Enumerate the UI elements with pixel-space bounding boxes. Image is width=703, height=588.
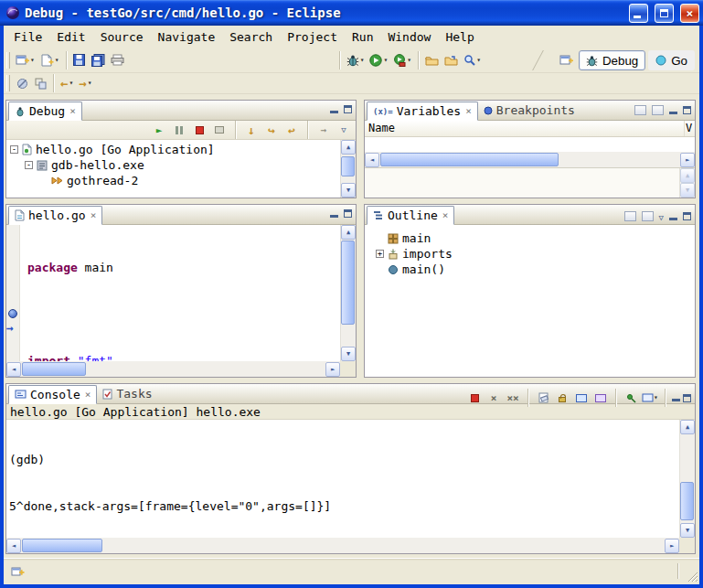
search-button[interactable]: ▾: [461, 50, 484, 70]
view-menu-button[interactable]: ▽: [336, 123, 352, 138]
variables-list[interactable]: [365, 137, 695, 152]
remove-all-launches-button[interactable]: ××: [505, 390, 521, 405]
expander-icon[interactable]: -: [25, 161, 33, 169]
scrollbar-thumb[interactable]: [680, 482, 694, 520]
debug-tree-row-process[interactable]: - gdb-hello.exe: [6, 157, 356, 173]
perspective-go-button[interactable]: Go: [648, 50, 695, 70]
print-button[interactable]: [108, 50, 127, 70]
scroll-left-button[interactable]: ◄: [6, 539, 21, 553]
show-type-names-button[interactable]: [634, 105, 646, 115]
maximize-view-button[interactable]: [683, 106, 691, 114]
scrollbar-thumb[interactable]: [341, 241, 355, 325]
scroll-up-button[interactable]: ▲: [680, 420, 695, 434]
minimize-view-button[interactable]: [330, 210, 338, 218]
scroll-lock-button[interactable]: [554, 390, 570, 405]
external-tools-button[interactable]: ▾: [390, 50, 414, 70]
menu-edit[interactable]: Edit: [49, 27, 92, 47]
menu-source[interactable]: Source: [93, 27, 151, 47]
perspective-debug-button[interactable]: Debug: [579, 50, 645, 70]
open-console-button[interactable]: ▾: [642, 390, 658, 405]
variables-detail-pane[interactable]: ▲ ▼: [365, 167, 695, 198]
view-menu-button[interactable]: ▽: [659, 209, 664, 223]
tab-tasks[interactable]: Tasks: [97, 384, 157, 403]
debug-tree-row-thread[interactable]: gothread-2: [6, 173, 356, 188]
scroll-down-button[interactable]: ▼: [680, 183, 695, 198]
close-button[interactable]: ×: [680, 4, 699, 23]
menu-help[interactable]: Help: [438, 27, 481, 47]
menu-search[interactable]: Search: [222, 27, 280, 47]
new-wizard-button[interactable]: ▾: [13, 50, 37, 70]
console-output-area[interactable]: (gdb) 5^done,stack-args=[frame={level="0…: [6, 420, 695, 538]
scrollbar-track[interactable]: [680, 434, 695, 523]
scroll-up-button[interactable]: ▲: [341, 225, 356, 240]
menu-project[interactable]: Project: [280, 27, 345, 47]
minimize-view-button[interactable]: [330, 106, 338, 113]
editor-ruler[interactable]: →: [6, 225, 20, 361]
menu-run[interactable]: Run: [345, 27, 380, 47]
link-with-editor-button[interactable]: [31, 73, 49, 93]
editor-code-area[interactable]: package main import "fmt" func main() { …: [20, 225, 340, 361]
disconnect-button[interactable]: [211, 123, 228, 138]
variables-horizontal-scrollbar[interactable]: ◄ ►: [365, 152, 695, 167]
back-button[interactable]: ← ▾: [58, 73, 76, 93]
clear-console-button[interactable]: [535, 390, 551, 405]
show-console-stderr-button[interactable]: [592, 390, 609, 405]
scroll-up-button[interactable]: ▲: [680, 168, 695, 183]
tab-close-icon[interactable]: ×: [91, 211, 97, 220]
scroll-right-button[interactable]: ►: [665, 539, 679, 553]
console-vertical-scrollbar[interactable]: ▲ ▼: [679, 420, 695, 538]
tab-console[interactable]: Console ×: [8, 385, 97, 404]
pin-console-button[interactable]: [623, 390, 639, 405]
tab-hello-go[interactable]: hello.go ×: [8, 206, 102, 225]
resize-grip[interactable]: [686, 570, 698, 583]
tab-debug[interactable]: Debug ×: [8, 102, 82, 121]
scroll-right-button[interactable]: ►: [680, 153, 695, 167]
save-button[interactable]: [70, 50, 89, 70]
editor-horizontal-scrollbar[interactable]: ◄ ►: [6, 361, 340, 377]
scroll-down-button[interactable]: ▼: [341, 347, 356, 361]
scrollbar-track[interactable]: [21, 539, 665, 552]
remove-launch-button[interactable]: ×: [485, 390, 502, 405]
scrollbar-thumb[interactable]: [22, 539, 102, 552]
maximize-view-button[interactable]: [683, 394, 691, 402]
scrollbar-track[interactable]: [21, 362, 325, 376]
debug-vertical-scrollbar[interactable]: ▲ ▼: [340, 140, 356, 198]
skip-breakpoints-button[interactable]: [13, 73, 31, 93]
minimize-button[interactable]: [629, 4, 648, 23]
use-step-filters-button[interactable]: →: [315, 123, 332, 138]
suspend-button[interactable]: [171, 123, 187, 138]
open-perspective-button[interactable]: [557, 50, 576, 70]
toolbar-grip[interactable]: [6, 75, 10, 91]
menu-file[interactable]: File: [6, 27, 49, 47]
scroll-left-button[interactable]: ◄: [6, 362, 21, 377]
maximize-view-button[interactable]: [344, 105, 352, 113]
breakpoint-marker[interactable]: [8, 309, 17, 318]
tab-breakpoints[interactable]: Breakpoints: [478, 101, 581, 120]
detail-vertical-scrollbar[interactable]: ▲ ▼: [679, 168, 695, 198]
title-bar[interactable]: Debug - testGo/src/cmd/hello.go - Eclips…: [0, 0, 703, 26]
maximize-button[interactable]: [655, 4, 674, 23]
step-return-button[interactable]: ↩: [283, 123, 300, 138]
tab-close-icon[interactable]: ×: [442, 211, 449, 220]
tab-variables[interactable]: (x)= Variables ×: [367, 102, 478, 121]
scroll-down-button[interactable]: ▼: [341, 183, 356, 198]
show-console-stdout-button[interactable]: [573, 390, 590, 405]
minimize-view-button[interactable]: [669, 107, 677, 114]
console-horizontal-scrollbar[interactable]: ◄ ►: [6, 538, 679, 553]
collapse-all-button[interactable]: [652, 105, 664, 115]
minimize-view-button[interactable]: [672, 394, 680, 401]
scrollbar-track[interactable]: [341, 240, 356, 347]
expander-icon[interactable]: +: [376, 250, 384, 258]
column-header-name[interactable]: Name: [365, 121, 685, 136]
scroll-left-button[interactable]: ◄: [365, 153, 379, 167]
save-all-button[interactable]: [89, 50, 108, 70]
scrollbar-track[interactable]: [379, 153, 680, 166]
column-header-value[interactable]: V: [685, 121, 695, 136]
hide-fields-button[interactable]: [642, 211, 654, 221]
resume-button[interactable]: ►: [151, 123, 167, 138]
tab-close-icon[interactable]: ×: [69, 107, 76, 116]
debug-tree-row-launch[interactable]: - hello.go [Go Application]: [6, 142, 356, 157]
new-go-element-button[interactable]: ▾: [37, 50, 62, 70]
step-into-button[interactable]: ↓: [243, 123, 260, 138]
scrollbar-thumb[interactable]: [341, 156, 355, 176]
